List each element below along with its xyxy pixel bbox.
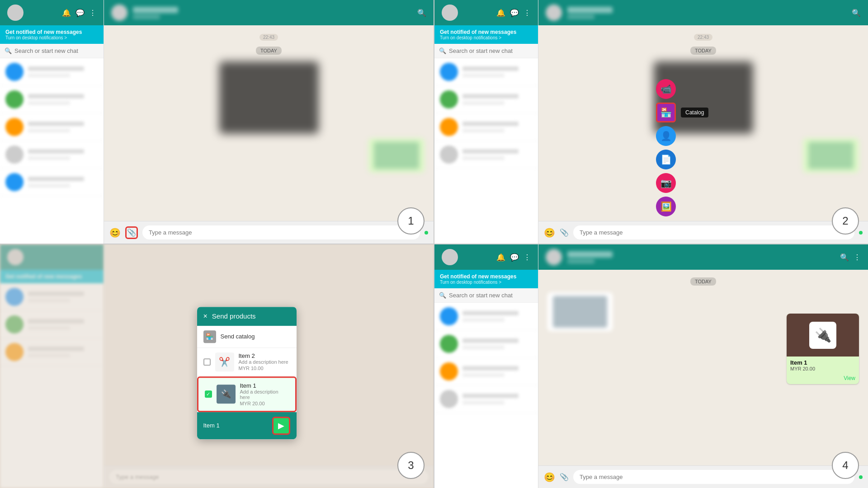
sent-image — [374, 142, 419, 169]
step-circle-4: 4 — [832, 452, 859, 479]
attachment-button-highlighted[interactable]: 📎 — [125, 226, 138, 239]
received-image — [553, 296, 607, 328]
panel-4: 🔔 💬 ⋮ Get notified of new messages Turn … — [434, 244, 868, 488]
chat-name — [462, 366, 519, 371]
list-item[interactable] — [0, 141, 104, 169]
notification-main-2: Get notified of new messages — [440, 29, 533, 35]
search-icon-4: 🔍 — [439, 292, 446, 299]
messages-area-4: TODAY 🔌 Item 1 MYR 20.00 Vie — [538, 270, 868, 465]
list-item[interactable] — [434, 58, 538, 86]
chat-header-icons: 🔍 — [417, 9, 426, 17]
today-badge: TODAY — [108, 43, 429, 57]
chat-preview — [28, 101, 70, 105]
search-input-4[interactable] — [449, 292, 533, 299]
send-products-close-button[interactable]: × — [203, 312, 208, 320]
search-input-1[interactable] — [14, 47, 99, 54]
list-item[interactable] — [434, 330, 538, 358]
more-icon-4[interactable]: ⋮ — [524, 253, 531, 262]
product-checkbox-2[interactable] — [203, 358, 211, 366]
search-icon-4h[interactable]: 🔍 — [840, 253, 849, 262]
search-bar-1: 🔍 — [0, 44, 104, 58]
list-item[interactable] — [434, 113, 538, 141]
chat-preview — [28, 74, 70, 77]
list-item[interactable] — [434, 358, 538, 385]
list-item[interactable] — [0, 169, 104, 196]
emoji-icon-4[interactable]: 😊 — [544, 472, 555, 483]
time-badge-label: 22:43 — [259, 34, 278, 41]
chat-area-4: 🔍 ⋮ TODAY 🔌 Item 1 — [538, 244, 868, 488]
avatar — [440, 118, 458, 136]
attachment-icon-4[interactable]: 📎 — [560, 473, 569, 481]
chat-header-name-4 — [567, 251, 613, 258]
send-catalog-row[interactable]: 🏪 Send catalog — [197, 326, 297, 348]
gallery-attach-button[interactable]: 🖼️ — [656, 197, 676, 216]
list-item[interactable] — [434, 303, 538, 330]
sidebar-3: Get notified of new messages — [0, 244, 104, 488]
product-bubble-view-button[interactable]: View — [787, 374, 859, 384]
chat-icon[interactable]: 💬 — [75, 9, 85, 17]
chat-area-1: 🔍 22:43 TODAY 😊 📎 — [104, 0, 434, 244]
send-dot-2 — [859, 231, 863, 235]
notification-sub-2: Turn on desktop notifications > — [440, 35, 533, 40]
search-icon[interactable]: 🔍 — [417, 9, 426, 17]
chat-header-icons-4: 🔍 ⋮ — [840, 253, 861, 262]
attachment-icon-2[interactable]: 📎 — [560, 228, 569, 237]
product-item-2[interactable]: ✂️ Item 2 Add a description here MYR 10.… — [197, 348, 297, 376]
chat-name — [28, 122, 84, 126]
send-products-send-button[interactable]: ▶ — [272, 417, 290, 435]
avatar — [5, 315, 24, 333]
search-input-2[interactable] — [449, 47, 533, 54]
chat-name — [462, 149, 519, 154]
avatar — [5, 343, 24, 361]
message-input-2[interactable] — [573, 225, 854, 239]
product-bubble-details: Item 1 MYR 20.00 — [787, 357, 859, 374]
product-bubble-image: 🔌 — [787, 314, 859, 357]
messages-area-1: 22:43 TODAY — [104, 25, 434, 221]
emoji-icon-2[interactable]: 😊 — [544, 227, 555, 238]
avatar — [440, 362, 458, 380]
chat-icon-4[interactable]: 💬 — [510, 253, 519, 262]
list-item[interactable] — [0, 58, 104, 86]
sidebar-icons-4: 🔔 💬 ⋮ — [496, 253, 531, 262]
contact-attach-button[interactable]: 👤 — [656, 126, 676, 146]
catalog-attach-button[interactable]: 🏪 Catalog — [656, 103, 676, 122]
chat-name — [28, 177, 84, 181]
more-icon-2[interactable]: ⋮ — [524, 9, 531, 17]
bell-icon-4[interactable]: 🔔 — [496, 253, 505, 262]
message-input-4[interactable] — [573, 470, 854, 484]
list-item[interactable] — [0, 113, 104, 141]
emoji-icon[interactable]: 😊 — [109, 227, 121, 238]
chat-name — [28, 347, 84, 351]
avatar-1 — [7, 5, 24, 21]
bell-icon-2[interactable]: 🔔 — [496, 9, 505, 17]
catalog-tooltip-text: Catalog — [685, 109, 704, 116]
list-item[interactable] — [434, 385, 538, 413]
time-badge-label-2: 22:43 — [694, 34, 712, 41]
more-icon[interactable]: ⋮ — [89, 9, 96, 17]
video-attach-button[interactable]: 📹 — [656, 79, 676, 99]
notification-sub-1: Turn on desktop notifications > — [5, 35, 98, 40]
document-attach-button[interactable]: 📄 — [656, 150, 676, 169]
bell-icon[interactable]: 🔔 — [62, 9, 71, 17]
camera-attach-button[interactable]: 📷 — [656, 173, 676, 193]
search-icon-ch2[interactable]: 🔍 — [852, 9, 861, 17]
chat-preview — [28, 156, 70, 160]
send-products-footer: Item 1 ▶ — [197, 412, 297, 439]
search-bar-4: 🔍 — [434, 288, 538, 303]
attachment-icon[interactable]: 📎 — [127, 228, 136, 237]
more-icon-4h[interactable]: ⋮ — [854, 253, 861, 262]
product-checkbox-1[interactable]: ✓ — [205, 390, 212, 398]
chat-preview — [462, 129, 505, 132]
product-item-1[interactable]: ✓ 🔌 Item 1 Add a description here MYR 20… — [197, 376, 297, 412]
list-item[interactable] — [0, 86, 104, 113]
chat-header-icons-2: 🔍 — [852, 9, 861, 17]
list-item[interactable] — [434, 141, 538, 169]
step-circle-1: 1 — [397, 207, 425, 235]
chat-icon-2[interactable]: 💬 — [510, 9, 519, 17]
product-desc-2: Add a description here — [239, 359, 290, 365]
message-input-1[interactable] — [142, 225, 420, 239]
notification-main-4: Get notified of new messages — [440, 273, 533, 280]
list-item[interactable] — [434, 86, 538, 113]
document-icon: 📄 — [660, 154, 672, 165]
avatar — [440, 90, 458, 108]
